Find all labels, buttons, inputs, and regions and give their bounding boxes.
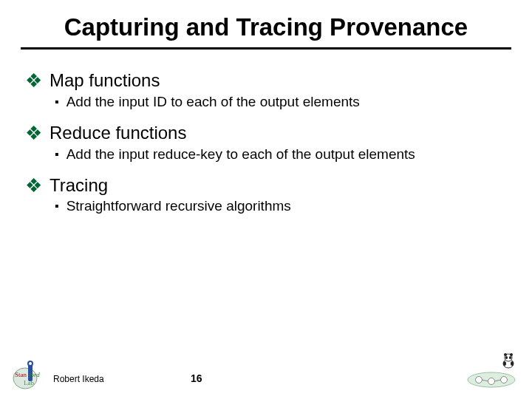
section-heading: ❖ Map functions — [25, 70, 511, 92]
section-heading: ❖ Reduce functions — [25, 123, 511, 144]
list-item-text: Straightforward recursive algorithms — [66, 197, 291, 215]
list-item: ▪ Straightforward recursive algorithms — [55, 197, 511, 215]
section-heading-text: Tracing — [50, 175, 108, 197]
svg-point-8 — [476, 377, 482, 383]
svg-point-20 — [511, 361, 514, 366]
slide-footer: Stan ford Lab Robert Ikeda 16 — [0, 350, 532, 390]
stanford-infolab-logo: Stan ford Lab — [10, 358, 46, 390]
svg-text:ford: ford — [29, 371, 40, 378]
svg-point-19 — [503, 361, 506, 366]
svg-point-18 — [509, 356, 511, 359]
svg-text:Lab: Lab — [24, 379, 34, 386]
slide: Capturing and Tracing Provenance ❖ Map f… — [0, 0, 532, 399]
panda-diagram-logo — [463, 350, 520, 389]
square-bullet-icon: ▪ — [55, 146, 59, 163]
section-heading-text: Map functions — [50, 70, 160, 92]
svg-point-15 — [504, 353, 507, 356]
author-name: Robert Ikeda — [53, 374, 104, 384]
square-bullet-icon: ▪ — [55, 197, 59, 215]
list-item: ▪ Add the input ID to each of the output… — [55, 93, 511, 111]
page-number: 16 — [191, 372, 202, 384]
list-item-text: Add the input reduce-key to each of the … — [66, 146, 415, 163]
slide-title: Capturing and Tracing Provenance — [21, 13, 511, 44]
list-item-text: Add the input ID to each of the output e… — [66, 93, 360, 111]
svg-point-16 — [510, 353, 513, 356]
svg-point-9 — [488, 378, 495, 385]
square-bullet-icon: ▪ — [55, 93, 59, 111]
content-body: ❖ Map functions ▪ Add the input ID to ea… — [21, 70, 511, 215]
svg-point-10 — [501, 377, 508, 383]
diamond-bullet-icon: ❖ — [25, 175, 42, 197]
list-item: ▪ Add the input reduce-key to each of th… — [55, 146, 511, 163]
diamond-bullet-icon: ❖ — [25, 70, 42, 92]
section-heading: ❖ Tracing — [25, 175, 511, 197]
section-heading-text: Reduce functions — [50, 123, 186, 144]
svg-point-17 — [505, 356, 508, 359]
title-underline — [21, 47, 511, 50]
svg-text:Stan: Stan — [15, 371, 27, 378]
diamond-bullet-icon: ❖ — [25, 123, 42, 144]
svg-point-3 — [29, 362, 32, 365]
